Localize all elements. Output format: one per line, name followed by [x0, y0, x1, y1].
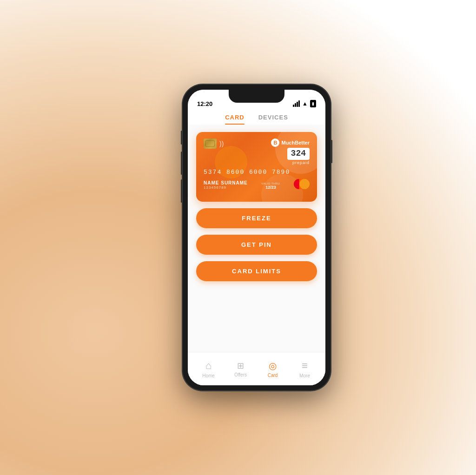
phone-shell: 12:20 ▲ ▮ CARD DEVI [182, 84, 331, 391]
nav-more-label: More [299, 373, 310, 378]
brand-logo: B MuchBetter [271, 139, 310, 147]
mc-yellow-circle [299, 179, 310, 189]
offers-icon: ⊞ [237, 361, 244, 371]
prepaid-label: prepaid [292, 160, 310, 165]
more-icon: ≡ [302, 360, 308, 372]
wifi-icon: ▲ [302, 100, 308, 107]
card-validity: VALID THRU 12/23 [261, 182, 280, 190]
signal-icon [293, 100, 300, 107]
brand-letter: B [271, 139, 279, 147]
credit-card: )) B MuchBetter 324 prepaid 5374 8600 60… [196, 132, 317, 202]
card-limits-button[interactable]: CARD LIMITS [196, 261, 317, 281]
card-holder-name: NAME SURNAME [204, 180, 248, 185]
nav-card[interactable]: ◎ Card [257, 360, 289, 378]
tab-devices[interactable]: DEVICES [258, 114, 288, 125]
brand-name: MuchBetter [281, 140, 310, 145]
card-number: 5374 8600 6000 7890 [204, 169, 310, 176]
bottom-nav: ⌂ Home ⊞ Offers ◎ Card ≡ More [188, 352, 325, 385]
volume-down-button [181, 179, 182, 203]
nav-home-label: Home [202, 373, 215, 378]
home-icon: ⌂ [205, 360, 212, 372]
valid-thru-label: VALID THRU [261, 182, 280, 185]
power-button [331, 140, 332, 163]
mastercard-logo [294, 178, 310, 190]
scene: 12:20 ▲ ▮ CARD DEVI [0, 0, 476, 475]
tab-card[interactable]: CARD [225, 114, 245, 125]
brand-area: B MuchBetter 324 prepaid [271, 139, 310, 165]
card-nav-icon: ◎ [269, 360, 277, 371]
card-account-number: 123456789 [204, 185, 248, 190]
card-holder: NAME SURNAME 123456789 [204, 180, 248, 190]
nfc-icon: )) [219, 140, 224, 147]
volume-up-button [181, 152, 182, 175]
nav-more[interactable]: ≡ More [289, 360, 321, 378]
freeze-button[interactable]: FREEZE [196, 208, 317, 228]
nav-card-label: Card [268, 373, 278, 378]
notch [229, 90, 284, 103]
card-bottom-row: NAME SURNAME 123456789 VALID THRU 12/23 [204, 178, 310, 190]
status-icons: ▲ ▮ [293, 100, 316, 107]
nav-home[interactable]: ⌂ Home [192, 360, 225, 378]
card-chip-area: )) [204, 139, 224, 149]
silent-switch [181, 131, 182, 145]
status-time: 12:20 [197, 100, 212, 107]
card-badge-number: 324 [287, 148, 310, 160]
chip-icon [204, 139, 217, 149]
valid-thru-date: 12/23 [261, 185, 280, 190]
get-pin-button[interactable]: GET PIN [196, 235, 317, 255]
top-tabs: CARD DEVICES [188, 110, 325, 125]
battery-icon: ▮ [310, 100, 316, 107]
card-top-row: )) B MuchBetter 324 prepaid [204, 139, 310, 165]
card-content: )) B MuchBetter 324 prepaid 5374 8600 60… [188, 125, 325, 352]
nav-offers-label: Offers [234, 372, 247, 377]
phone-screen: 12:20 ▲ ▮ CARD DEVI [188, 90, 325, 385]
nav-offers[interactable]: ⊞ Offers [225, 361, 257, 377]
